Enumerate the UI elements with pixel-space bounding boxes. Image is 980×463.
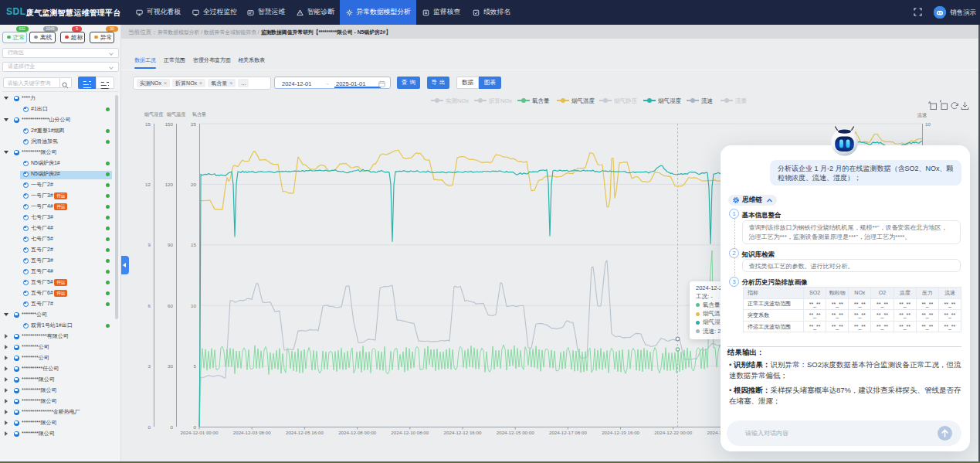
svg-text:流速: 流速 — [917, 112, 927, 118]
svg-text:120: 120 — [165, 182, 174, 187]
svg-text:9: 9 — [148, 242, 151, 247]
svg-text:10: 10 — [925, 121, 931, 127]
svg-text:2024-12-15 00:00: 2024-12-15 00:00 — [497, 430, 534, 435]
svg-text:烟气静压: 烟气静压 — [614, 97, 638, 104]
svg-text:烟气温度: 烟气温度 — [571, 97, 595, 104]
svg-text:2024-12-03 08:00: 2024-12-03 08:00 — [233, 430, 271, 435]
svg-text:90: 90 — [168, 242, 173, 247]
svg-text:2024-12-01 00:00: 2024-12-01 00:00 — [181, 430, 219, 435]
svg-text:2024-12-05 16:00: 2024-12-05 16:00 — [286, 430, 324, 435]
svg-text:2024-12-08 00:00: 2024-12-08 00:00 — [338, 430, 376, 435]
svg-text:2024-12-19 16:00: 2024-12-19 16:00 — [602, 430, 639, 435]
svg-text:0: 0 — [194, 424, 197, 430]
svg-text:25: 25 — [191, 121, 196, 127]
svg-text:2024-12-12 16:00: 2024-12-12 16:00 — [444, 430, 482, 435]
svg-text:氧含量: 氧含量 — [192, 111, 207, 117]
svg-text:折算NOx: 折算NOx — [488, 97, 512, 104]
svg-text:实测NOx: 实测NOx — [446, 97, 469, 104]
svg-text:流量: 流量 — [735, 97, 748, 104]
svg-text:烟气湿度: 烟气湿度 — [658, 97, 682, 104]
svg-text:0: 0 — [171, 424, 174, 430]
svg-text:烟气湿度: 烟气湿度 — [144, 111, 164, 117]
svg-text:2024-12-22 00:00: 2024-12-22 00:00 — [654, 430, 692, 435]
svg-text:2024-12-17 08:00: 2024-12-17 08:00 — [549, 430, 587, 435]
svg-text:0: 0 — [148, 424, 151, 430]
svg-text:12: 12 — [145, 182, 151, 187]
svg-text:10: 10 — [191, 303, 196, 308]
svg-text:60: 60 — [168, 303, 173, 308]
svg-text:20: 20 — [191, 182, 196, 187]
svg-text:15: 15 — [145, 121, 151, 127]
svg-text:流速: 流速 — [701, 97, 714, 104]
svg-text:150: 150 — [165, 121, 174, 127]
svg-text:6: 6 — [148, 303, 151, 308]
svg-text:烟气温度: 烟气温度 — [167, 111, 186, 117]
svg-text:15: 15 — [191, 242, 196, 247]
svg-text:3: 3 — [148, 363, 151, 369]
svg-text:30: 30 — [168, 363, 173, 369]
svg-text:2024-12-10 08:00: 2024-12-10 08:00 — [391, 430, 429, 435]
svg-text:5: 5 — [194, 363, 197, 369]
svg-text:氧含量: 氧含量 — [532, 97, 550, 104]
